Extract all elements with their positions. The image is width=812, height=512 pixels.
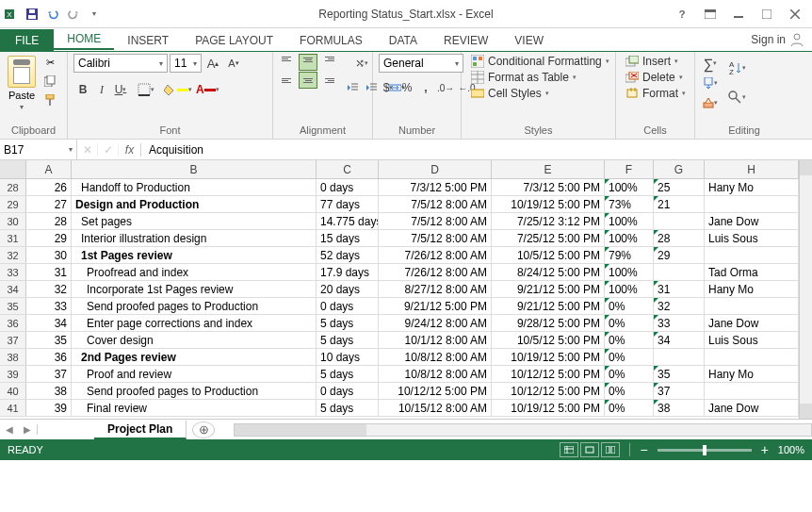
row-header[interactable]: 40 xyxy=(0,383,26,399)
cell[interactable]: 33 xyxy=(26,298,72,314)
cell[interactable] xyxy=(705,298,799,314)
cell[interactable]: 37 xyxy=(26,366,72,382)
cell[interactable]: 7/5/12 8:00 AM xyxy=(379,213,492,229)
zoom-in-button[interactable]: + xyxy=(761,442,769,457)
cell[interactable]: 37 xyxy=(654,383,705,399)
percent-button[interactable]: % xyxy=(398,78,416,97)
cell[interactable]: Proof and review xyxy=(72,366,317,382)
format-as-table-button[interactable]: Format as Table▾ xyxy=(467,70,580,85)
redo-icon[interactable] xyxy=(66,7,81,22)
cell[interactable] xyxy=(654,264,705,280)
cell[interactable]: 25 xyxy=(654,179,705,195)
clear-button[interactable]: ▾ xyxy=(701,93,720,112)
cell[interactable]: Incorporate 1st Pages review xyxy=(72,281,317,297)
cell[interactable] xyxy=(705,196,799,212)
format-painter-icon[interactable] xyxy=(41,91,58,108)
row-header[interactable]: 30 xyxy=(0,213,26,229)
cell[interactable]: 5 days xyxy=(317,400,379,416)
cell[interactable]: 100% xyxy=(605,230,654,246)
cell[interactable]: 9/21/12 5:00 PM xyxy=(492,281,605,297)
align-right[interactable] xyxy=(318,72,337,89)
cell[interactable]: 10/12/12 5:00 PM xyxy=(492,383,605,399)
zoom-level[interactable]: 100% xyxy=(778,444,804,455)
row-header[interactable]: 35 xyxy=(0,298,26,314)
cell[interactable]: Design and Production xyxy=(72,196,317,212)
insert-cells-button[interactable]: Insert▾ xyxy=(622,54,682,69)
cell[interactable]: Proofread and index xyxy=(72,264,317,280)
cell[interactable]: 100% xyxy=(605,281,654,297)
cell[interactable]: 8/27/12 8:00 AM xyxy=(379,281,492,297)
cell[interactable]: 0 days xyxy=(317,298,379,314)
close-button[interactable] xyxy=(782,5,808,24)
cell[interactable]: 79% xyxy=(605,247,654,263)
cell[interactable]: 0 days xyxy=(317,179,379,195)
row-header[interactable]: 41 xyxy=(0,400,26,416)
align-top-right[interactable] xyxy=(318,54,337,71)
font-color-button[interactable]: A▾ xyxy=(194,80,221,99)
row-header[interactable]: 29 xyxy=(0,196,26,212)
tab-data[interactable]: DATA xyxy=(376,29,430,51)
cell[interactable]: 38 xyxy=(26,383,72,399)
delete-cells-button[interactable]: Delete▾ xyxy=(622,70,687,85)
cell[interactable]: 28 xyxy=(654,230,705,246)
cell[interactable]: 100% xyxy=(605,264,654,280)
cell[interactable]: 0% xyxy=(605,315,654,331)
cell[interactable]: 29 xyxy=(26,230,72,246)
select-all-button[interactable] xyxy=(0,160,26,178)
cell[interactable]: 10 days xyxy=(317,349,379,365)
cell[interactable]: 32 xyxy=(26,281,72,297)
cell[interactable]: Send proofed pages to Production xyxy=(72,383,317,399)
enter-formula-button[interactable]: ✓ xyxy=(98,143,119,157)
cell[interactable] xyxy=(654,349,705,365)
cell[interactable]: 28 xyxy=(26,213,72,229)
increase-font-icon[interactable]: A▴ xyxy=(203,54,222,73)
row-header[interactable]: 31 xyxy=(0,230,26,246)
cut-icon[interactable]: ✂ xyxy=(41,54,58,71)
cell[interactable]: 10/5/12 5:00 PM xyxy=(492,247,605,263)
tab-insert[interactable]: INSERT xyxy=(114,29,182,51)
cell[interactable]: Send proofed pages to Production xyxy=(72,298,317,314)
cell[interactable]: Hany Mo xyxy=(705,179,799,195)
cell[interactable]: 77 days xyxy=(317,196,379,212)
cell[interactable]: 10/12/12 5:00 PM xyxy=(492,366,605,382)
cell[interactable]: 0% xyxy=(605,400,654,416)
cell[interactable]: Jane Dow xyxy=(705,315,799,331)
cell[interactable]: 0% xyxy=(605,332,654,348)
undo-icon[interactable] xyxy=(45,7,60,22)
sheet-tab-project-plan[interactable]: Project Plan xyxy=(94,421,187,439)
cell[interactable]: 14.775 days xyxy=(317,213,379,229)
font-size-combo[interactable]: 11▾ xyxy=(170,54,202,73)
column-header-B[interactable]: B xyxy=(72,160,317,178)
formula-input[interactable]: Acquisition xyxy=(141,143,812,157)
cell[interactable]: 10/12/12 5:00 PM xyxy=(379,383,492,399)
cell[interactable]: 10/8/12 8:00 AM xyxy=(379,366,492,382)
row-header[interactable]: 38 xyxy=(0,349,26,365)
format-cells-button[interactable]: Format▾ xyxy=(622,86,690,101)
row-header[interactable]: 39 xyxy=(0,366,26,382)
row-header[interactable]: 34 xyxy=(0,281,26,297)
cell[interactable] xyxy=(705,349,799,365)
cell[interactable]: 0% xyxy=(605,366,654,382)
cell[interactable]: 7/5/12 8:00 AM xyxy=(379,230,492,246)
tab-page-layout[interactable]: PAGE LAYOUT xyxy=(182,29,286,51)
cell[interactable]: Jane Dow xyxy=(705,213,799,229)
decrease-font-icon[interactable]: A▾ xyxy=(224,54,243,73)
cell[interactable]: 8/24/12 5:00 PM xyxy=(492,264,605,280)
horizontal-scrollbar[interactable] xyxy=(234,423,812,437)
cell[interactable]: 2nd Pages review xyxy=(72,349,317,365)
zoom-out-button[interactable]: − xyxy=(640,442,647,457)
tab-view[interactable]: VIEW xyxy=(501,29,557,51)
page-break-view-button[interactable] xyxy=(601,442,620,457)
cell[interactable]: 7/25/12 3:12 PM xyxy=(492,213,605,229)
cell[interactable]: 29 xyxy=(654,247,705,263)
cell[interactable]: 35 xyxy=(654,366,705,382)
tab-file[interactable]: FILE xyxy=(0,29,54,51)
normal-view-button[interactable] xyxy=(560,442,578,457)
cell[interactable]: 34 xyxy=(26,315,72,331)
qat-customize-icon[interactable]: ▾ xyxy=(87,7,102,22)
cell[interactable]: 5 days xyxy=(317,332,379,348)
tab-home[interactable]: HOME xyxy=(54,27,114,51)
cell[interactable]: 100% xyxy=(605,179,654,195)
align-top-center[interactable] xyxy=(299,54,317,71)
sign-in-link[interactable]: Sign in xyxy=(743,28,812,51)
